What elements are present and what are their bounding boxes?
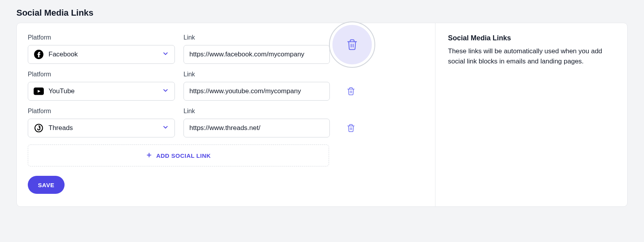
chevron-down-icon bbox=[162, 50, 169, 59]
link-field: Link bbox=[183, 108, 330, 137]
delete-button[interactable] bbox=[345, 123, 356, 134]
side-description: These links will be automatically used w… bbox=[448, 46, 615, 67]
settings-panel: Platform Facebook Link bbox=[16, 23, 628, 207]
link-input[interactable] bbox=[189, 51, 324, 58]
delete-cell bbox=[338, 45, 363, 64]
add-social-link-label: ADD SOCIAL LINK bbox=[156, 152, 211, 159]
delete-highlight-circle bbox=[329, 22, 375, 68]
delete-highlight-inner bbox=[335, 27, 369, 62]
plus-icon bbox=[146, 152, 152, 159]
trash-icon bbox=[346, 39, 358, 51]
platform-label: Platform bbox=[28, 34, 175, 41]
trash-icon bbox=[347, 124, 355, 132]
platform-field: Platform YouTube bbox=[28, 71, 175, 101]
platform-select[interactable]: Threads bbox=[28, 119, 175, 137]
platform-selected-value: Threads bbox=[49, 124, 169, 132]
link-input[interactable] bbox=[189, 124, 324, 132]
delete-cell bbox=[338, 119, 363, 137]
section-title: Social Media Links bbox=[16, 8, 628, 18]
platform-label: Platform bbox=[28, 71, 175, 78]
platform-field: Platform Threads bbox=[28, 108, 175, 137]
facebook-icon bbox=[34, 49, 44, 60]
save-button-label: SAVE bbox=[38, 182, 54, 188]
svg-point-3 bbox=[35, 124, 43, 132]
platform-select[interactable]: YouTube bbox=[28, 82, 175, 101]
delete-cell bbox=[338, 82, 363, 101]
social-link-row: Platform Threads Link bbox=[28, 108, 424, 137]
platform-selected-value: YouTube bbox=[49, 87, 169, 95]
link-field: Link bbox=[183, 34, 330, 64]
link-field: Link bbox=[183, 71, 330, 101]
link-label: Link bbox=[183, 108, 330, 115]
chevron-down-icon bbox=[162, 124, 169, 133]
save-button[interactable]: SAVE bbox=[28, 176, 65, 194]
social-link-row: Platform YouTube Link bbox=[28, 71, 424, 101]
link-input[interactable] bbox=[189, 87, 324, 95]
trash-icon bbox=[347, 87, 355, 96]
delete-button[interactable] bbox=[345, 86, 356, 97]
delete-button[interactable] bbox=[344, 37, 360, 52]
side-title: Social Media Links bbox=[448, 34, 615, 42]
threads-icon bbox=[34, 123, 44, 133]
page-root: Social Media Links Platform Facebook bbox=[0, 0, 644, 222]
platform-field: Platform Facebook bbox=[28, 34, 175, 64]
panel-main: Platform Facebook Link bbox=[17, 23, 435, 206]
link-input-wrapper bbox=[183, 45, 330, 64]
link-input-wrapper bbox=[183, 82, 330, 101]
platform-label: Platform bbox=[28, 108, 175, 115]
platform-selected-value: Facebook bbox=[49, 51, 169, 58]
youtube-icon bbox=[34, 86, 44, 96]
platform-select[interactable]: Facebook bbox=[28, 45, 175, 64]
link-label: Link bbox=[183, 34, 330, 41]
link-input-wrapper bbox=[183, 119, 330, 137]
social-link-row: Platform Facebook Link bbox=[28, 34, 424, 64]
panel-side: Social Media Links These links will be a… bbox=[435, 23, 627, 206]
link-label: Link bbox=[183, 71, 330, 78]
chevron-down-icon bbox=[162, 87, 169, 96]
add-social-link-button[interactable]: ADD SOCIAL LINK bbox=[28, 144, 329, 166]
